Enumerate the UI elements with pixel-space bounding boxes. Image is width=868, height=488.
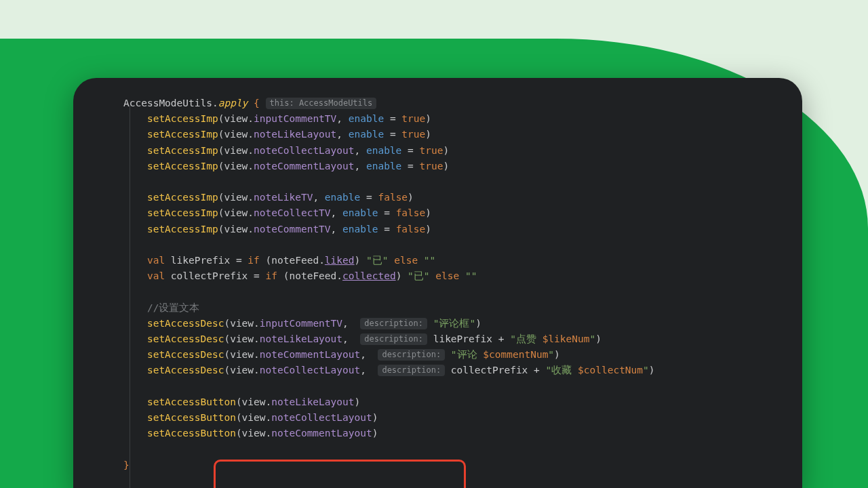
code-comment: //设置文本	[147, 302, 199, 313]
inline-hint: this: AccessModeUtils	[266, 98, 377, 109]
code-token: AccessModeUtils	[123, 98, 212, 108]
code-content: AccessModeUtils.apply { this: AccessMode…	[123, 96, 789, 488]
param-hint: description:	[378, 365, 445, 376]
param-hint: description:	[378, 349, 445, 361]
code-token: apply	[218, 98, 248, 108]
code-editor-window: AccessModeUtils.apply { this: AccessMode…	[73, 78, 802, 488]
param-hint: description:	[360, 318, 427, 329]
param-hint: description:	[360, 333, 427, 345]
